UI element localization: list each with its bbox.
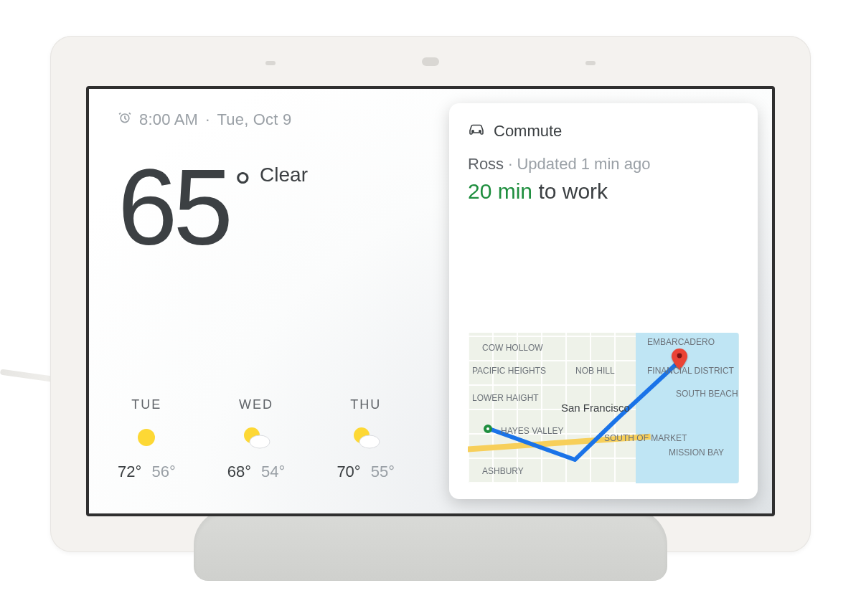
map-neighborhood-label: LOWER HAIGHT [472,393,539,403]
sunny-icon [118,421,176,454]
forecast-day-label: WED [227,397,286,412]
commute-title: Commute [494,122,562,141]
power-cord [0,369,57,382]
forecast-temps: 70° 55° [337,463,395,481]
map-neighborhood-label: PACIFIC HEIGHTS [472,366,546,376]
ambient-sensor [422,57,439,66]
status-separator: · [205,110,210,129]
forecast-day[interactable]: THU 70° 55° [337,397,395,481]
forecast-temps: 72° 56° [118,463,176,481]
car-icon [468,122,485,141]
forecast-day-label: TUE [118,397,176,412]
commute-header: Commute [468,122,739,141]
commute-destination: to work [538,179,608,203]
forecast-lo: 56° [151,463,175,480]
forecast-day-label: THU [337,397,395,412]
weather-condition: Clear [260,164,308,186]
home-screen[interactable]: 8:00 AM · Tue, Oct 9 65 ° Clear TUE 72° [89,89,772,513]
forecast-lo: 55° [371,463,395,480]
map-neighborhood-label: NOB HILL [575,366,615,376]
mic-hole-right [585,61,596,65]
forecast-temps: 68° 54° [227,463,286,481]
status-date: Tue, Oct 9 [217,110,291,129]
screen-bezel: 8:00 AM · Tue, Oct 9 65 ° Clear TUE 72° [86,86,775,516]
device-frame: 8:00 AM · Tue, Oct 9 65 ° Clear TUE 72° [50,36,811,552]
partly-cloudy-icon [227,421,286,454]
map-neighborhood-label: FINANCIAL DISTRICT [647,366,734,376]
svg-point-8 [677,354,682,359]
commute-eta-line: 20 min to work [468,179,739,204]
forecast-row[interactable]: TUE 72° 56° WED [118,397,395,481]
commute-updated: Updated 1 min ago [517,155,650,173]
degree-symbol: ° [235,162,251,210]
mic-hole-left [265,61,276,65]
status-bar: 8:00 AM · Tue, Oct 9 [118,110,291,129]
svg-point-3 [250,435,270,448]
forecast-day[interactable]: WED 68° 54° [227,397,286,481]
map-route-start [484,425,492,433]
map-neighborhood-label: COW HOLLOW [482,343,543,353]
current-weather[interactable]: 65 ° Clear [118,153,308,261]
svg-point-6 [472,131,474,132]
map-neighborhood-label: MISSION BAY [669,447,724,458]
forecast-hi: 72° [118,463,141,480]
commute-map[interactable]: San Francisco COW HOLLOW EMBARCADERO PAC… [468,333,739,483]
forecast-lo: 54° [261,463,285,480]
map-neighborhood-label: SOUTH OF MARKET [604,433,687,443]
svg-point-5 [359,435,380,448]
map-city-label: San Francisco [561,402,630,414]
map-neighborhood-label: HAYES VALLEY [501,426,564,436]
commute-name: Ross [468,155,504,173]
forecast-hi: 68° [227,463,251,480]
map-neighborhood-label: EMBARCADERO [647,337,715,347]
forecast-hi: 70° [337,463,360,480]
commute-subtitle: Ross · Updated 1 min ago [468,155,739,174]
alarm-icon [118,110,132,129]
svg-point-7 [479,131,481,132]
svg-point-1 [138,429,155,446]
commute-eta: 20 min [468,179,532,203]
map-neighborhood-label: SOUTH BEACH [676,389,738,399]
commute-card[interactable]: Commute Ross · Updated 1 min ago 20 min … [449,103,758,499]
partly-cloudy-icon [337,421,395,454]
alarm-time: 8:00 AM [139,110,198,129]
speaker-base [194,509,667,581]
map-neighborhood-label: ASHBURY [482,466,524,476]
forecast-day[interactable]: TUE 72° 56° [118,397,176,481]
current-temperature: 65 [118,153,229,261]
